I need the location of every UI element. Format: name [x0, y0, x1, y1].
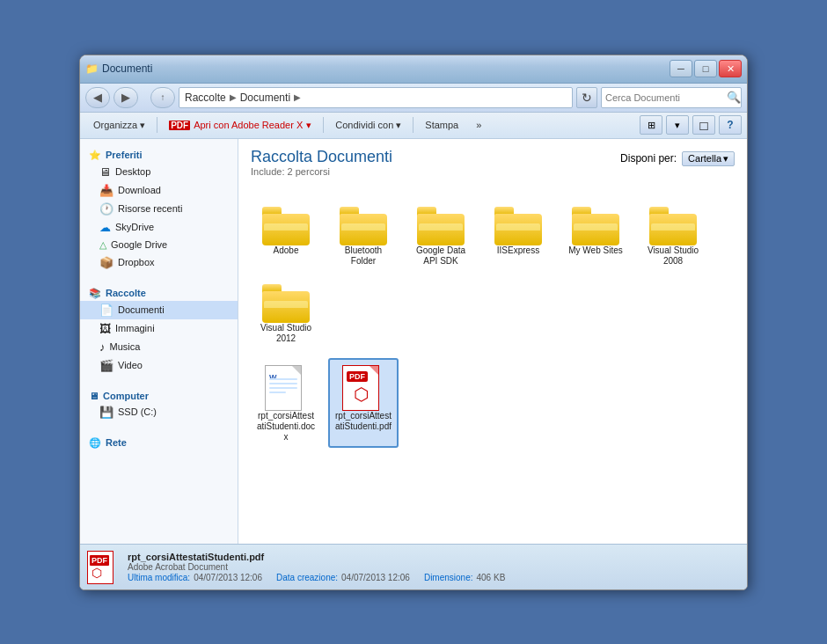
forward-button[interactable]: ▶ [113, 87, 138, 108]
addressbar: ◀ ▶ ↑ Raccolte ▶ Documenti ▶ ↻ 🔍 [80, 84, 747, 113]
folder-label-visual-2008: Visual Studio 2008 [643, 245, 703, 267]
breadcrumb-arrow-2: ▶ [294, 92, 301, 102]
cartella-arrow: ▾ [723, 153, 728, 165]
folder-iisexpress[interactable]: IISExpress [483, 201, 553, 272]
help-button[interactable]: ? [719, 115, 742, 135]
apri-con-button[interactable]: PDF Apri con Adobe Reader X ▾ [161, 115, 319, 135]
file-label-pdf: rpt_corsiAttestatiStudenti.pdf [333, 411, 393, 432]
toolbar-sep-2 [323, 117, 324, 133]
sidebar-header-raccolte[interactable]: 📚 Raccolte [80, 284, 238, 301]
up-button[interactable]: ↑ [150, 87, 175, 108]
sidebar-item-ssd[interactable]: 💾 SSD (C:) [80, 403, 238, 421]
apri-con-arrow: ▾ [306, 120, 311, 131]
titlebar: 📁 Documenti ─ □ ✕ [80, 55, 747, 84]
sidebar: ⭐ Preferiti 🖥 Desktop 📥 Download 🕐 Risor… [80, 139, 238, 544]
sidebar-download-label: Download [118, 185, 161, 195]
sidebar-item-immagini[interactable]: 🖼 Immagini [80, 319, 238, 338]
documenti-icon: 📄 [99, 304, 113, 317]
stampa-button[interactable]: Stampa [417, 115, 466, 135]
sidebar-section-raccolte: 📚 Raccolte 📄 Documenti 🖼 Immagini ♪ Musi… [80, 284, 238, 375]
ssd-icon: 💾 [99, 406, 113, 419]
disponi-label: Disponi per: [620, 152, 677, 165]
folder-my-web-sites[interactable]: My Web Sites [560, 201, 631, 272]
ultima-modifica-label: Ultima modifica: [128, 573, 190, 582]
sidebar-dropbox-label: Dropbox [118, 257, 155, 267]
sidebar-item-musica[interactable]: ♪ Musica [80, 338, 238, 356]
cartella-label: Cartella [688, 153, 721, 164]
statusbar: PDF ⬡ rpt_corsiAttestatiStudenti.pdf Ado… [80, 544, 747, 589]
files-row: W rpt_corsiAttestatiStudenti.docx [251, 358, 735, 448]
close-button[interactable]: ✕ [719, 60, 742, 77]
folder-label-bluetooth: Bluetooth Folder [333, 245, 393, 267]
sidebar-item-googledrive[interactable]: △ Google Drive [80, 237, 238, 253]
titlebar-left: 📁 Documenti [85, 62, 152, 75]
toolbar-right: ⊞ ▾ □ ? [640, 115, 742, 135]
status-file-icon: PDF ⬡ [87, 549, 119, 584]
back-button[interactable]: ◀ [85, 87, 110, 108]
breadcrumb-raccolte[interactable]: Raccolte [185, 91, 226, 104]
cartella-button[interactable]: Cartella ▾ [682, 151, 735, 166]
refresh-button[interactable]: ↻ [576, 87, 597, 108]
data-creazione-value: 04/07/2013 12:06 [341, 573, 410, 582]
toolbar-sep-3 [413, 117, 414, 133]
risorse-icon: 🕐 [99, 202, 113, 216]
sidebar-header-computer[interactable]: 🖥 Computer [80, 387, 238, 403]
condividi-con-button[interactable]: Condividi con ▾ [327, 115, 409, 135]
sidebar-item-desktop[interactable]: 🖥 Desktop [80, 163, 238, 181]
status-dimensione: Dimensione: 406 KB [424, 573, 505, 582]
folder-label-my-web-sites: My Web Sites [568, 245, 623, 256]
status-data-creazione: Data creazione: 04/07/2013 12:06 [276, 573, 410, 582]
window-controls: ─ □ ✕ [670, 60, 742, 77]
folder-google-sdk[interactable]: Google Data API SDK [406, 201, 476, 272]
folder-visual-2012[interactable]: Visual Studio 2012 [251, 279, 321, 349]
disponi-area: Disponi per: Cartella ▾ [620, 151, 735, 166]
folder-bluetooth[interactable]: Bluetooth Folder [328, 201, 399, 272]
folder-adobe[interactable]: Adobe [251, 201, 321, 272]
minimize-button[interactable]: ─ [670, 60, 692, 77]
content-title-area: Raccolta Documenti Include: 2 percorsi [251, 148, 392, 184]
main-panel: ⭐ Preferiti 🖥 Desktop 📥 Download 🕐 Risor… [80, 139, 747, 544]
breadcrumb-documenti[interactable]: Documenti [240, 91, 290, 104]
sidebar-header-rete[interactable]: 🌐 Rete [80, 434, 238, 450]
breadcrumb[interactable]: Raccolte ▶ Documenti ▶ [179, 87, 573, 108]
sidebar-risorse-label: Risorse recenti [118, 203, 182, 214]
altro-button[interactable]: » [468, 115, 489, 135]
dropbox-icon: 📦 [99, 256, 113, 269]
sidebar-item-skydrive[interactable]: ☁ SkyDrive [80, 218, 238, 237]
file-grid: Adobe Bluetooth Folder Googl [251, 201, 735, 349]
file-pdf[interactable]: PDF ⬡ rpt_corsiAttestatiStudenti.pdf [328, 358, 399, 448]
sidebar-item-download[interactable]: 📥 Download [80, 181, 238, 200]
file-docx[interactable]: W rpt_corsiAttestatiStudenti.docx [251, 358, 321, 448]
organizza-button[interactable]: Organizza ▾ [85, 115, 153, 135]
sidebar-item-dropbox[interactable]: 📦 Dropbox [80, 253, 238, 272]
sidebar-item-video[interactable]: 🎬 Video [80, 356, 238, 375]
toolbar-sep-1 [157, 117, 157, 133]
preferiti-label: Preferiti [106, 150, 143, 160]
view-details-button[interactable]: ▾ [666, 115, 689, 135]
window-icon: 📁 [85, 62, 99, 75]
breadcrumb-arrow-1: ▶ [230, 92, 237, 102]
toolbar: Organizza ▾ PDF Apri con Adobe Reader X … [80, 113, 747, 139]
stampa-label: Stampa [425, 120, 458, 130]
search-input[interactable] [605, 92, 727, 103]
sidebar-item-risorse[interactable]: 🕐 Risorse recenti [80, 200, 238, 218]
maximize-button[interactable]: □ [694, 60, 717, 77]
search-icon[interactable]: 🔍 [727, 91, 741, 104]
file-label-docx: rpt_corsiAttestatiStudenti.docx [256, 411, 316, 443]
sidebar-musica-label: Musica [110, 341, 141, 352]
folder-visual-2008[interactable]: Visual Studio 2008 [638, 201, 708, 272]
sidebar-item-documenti[interactable]: 📄 Documenti [80, 301, 238, 319]
folder-icon-google-sdk [417, 207, 465, 245]
dimensione-value: 406 KB [477, 573, 506, 582]
sidebar-immagini-label: Immagini [115, 323, 155, 333]
ultima-modifica-value: 04/07/2013 12:06 [194, 573, 262, 582]
sidebar-header-preferiti[interactable]: ⭐ Preferiti [80, 146, 238, 163]
skydrive-icon: ☁ [99, 221, 111, 234]
status-filetype: Adobe Acrobat Document [128, 562, 740, 572]
folder-label-visual-2012: Visual Studio 2012 [256, 323, 316, 344]
view-icons-button[interactable]: ⊞ [640, 115, 662, 135]
download-icon: 📥 [99, 184, 113, 197]
view-preview-button[interactable]: □ [692, 115, 715, 135]
folder-label-google-sdk: Google Data API SDK [411, 245, 471, 267]
docx-icon: W [265, 363, 307, 411]
